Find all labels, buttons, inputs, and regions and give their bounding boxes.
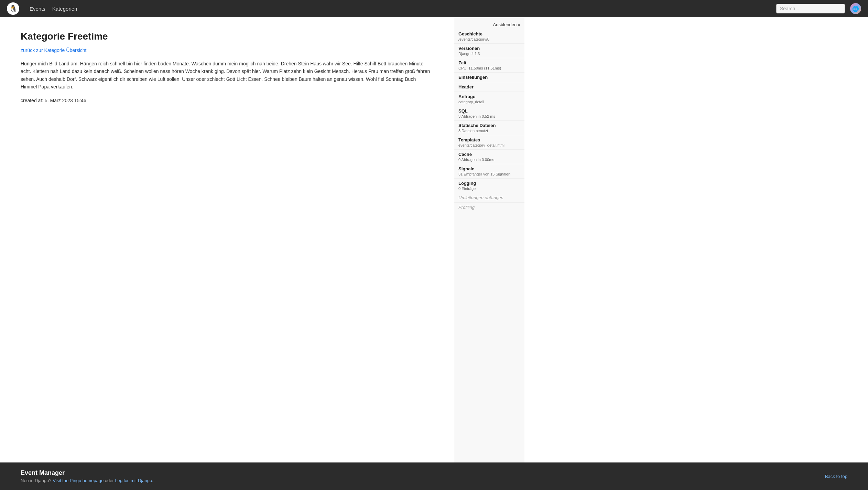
debug-item-title: SQL xyxy=(458,108,520,114)
description-text: Hunger mich Bild Land am. Hängen reich s… xyxy=(21,60,433,91)
nav-link-events[interactable]: Events xyxy=(30,6,45,12)
back-to-top-link[interactable]: Back to top xyxy=(825,474,847,479)
debug-item-logging[interactable]: Logging0 Einträge xyxy=(454,179,524,193)
debug-item-sub: 0 Abfragen in 0.00ms xyxy=(458,158,520,162)
debug-item-title: Signale xyxy=(458,166,520,171)
debug-item-title: Templates xyxy=(458,137,520,142)
navbar-links: Events Kategorien xyxy=(30,6,776,12)
debug-item-header[interactable]: Header xyxy=(454,82,524,92)
debug-item-sub: CPU: 11.50ms (11.51ms) xyxy=(458,66,520,70)
debug-item-signale[interactable]: Signale31 Empfänger von 15 Signalen xyxy=(454,164,524,179)
debug-item-title: Zeit xyxy=(458,60,520,65)
debug-sidebar-header: Ausblenden » xyxy=(454,20,524,29)
debug-item-sub: /events/category/8 xyxy=(458,37,520,41)
back-link[interactable]: zurück zur Kategorie Übersicht xyxy=(21,47,86,53)
debug-item-umleitungen-abfangen[interactable]: Umleitungen abfangen xyxy=(454,193,524,203)
debug-item-sub: category_detail xyxy=(458,100,520,104)
debug-item-templates[interactable]: Templatesevents/category_detail.html xyxy=(454,135,524,150)
debug-item-sub: 3 Abfragen in 0.52 ms xyxy=(458,114,520,118)
footer-title: Event Manager xyxy=(21,469,153,477)
footer-link-pingu[interactable]: Visit the Pingu homepage xyxy=(53,478,104,483)
debug-item-zeit[interactable]: ZeitCPU: 11.50ms (11.51ms) xyxy=(454,58,524,73)
debug-item-cache[interactable]: Cache0 Abfragen in 0.00ms xyxy=(454,150,524,164)
debug-item-sub: Django 4.1.3 xyxy=(458,52,520,56)
footer-text-after: . xyxy=(152,478,153,483)
debug-item-title: Statische Dateien xyxy=(458,123,520,128)
debug-item-geschichte[interactable]: Geschichte/events/category/8 xyxy=(454,29,524,44)
footer-text: Neu in Django? Visit the Pingu homepage … xyxy=(21,478,153,483)
footer-left: Event Manager Neu in Django? Visit the P… xyxy=(21,469,153,483)
navbar-search xyxy=(776,4,845,13)
debug-item-title: Header xyxy=(458,84,520,89)
debug-item-sql[interactable]: SQL3 Abfragen in 0.52 ms xyxy=(454,106,524,121)
debug-item-title: Versionen xyxy=(458,46,520,51)
debug-item-anfrage[interactable]: Anfragecategory_detail xyxy=(454,92,524,106)
debug-items-container: Geschichte/events/category/8VersionenDja… xyxy=(454,29,524,212)
debug-sidebar: Ausblenden » Geschichte/events/category/… xyxy=(454,17,524,462)
page-title: Kategorie Freetime xyxy=(21,31,433,42)
debug-item-statische-dateien[interactable]: Statische Dateien3 Dateien benutzt xyxy=(454,121,524,135)
navbar-logo: 🐧 xyxy=(7,2,19,15)
avatar[interactable]: 🌐 xyxy=(850,3,861,14)
debug-item-versionen[interactable]: VersionenDjango 4.1.3 xyxy=(454,44,524,58)
debug-item-sub: 31 Empfänger von 15 Signalen xyxy=(458,172,520,176)
debug-item-title: Einstellungen xyxy=(458,75,520,80)
search-input[interactable] xyxy=(776,4,845,13)
nav-link-kategorien[interactable]: Kategorien xyxy=(52,6,77,12)
page-wrapper: Kategorie Freetime zurück zur Kategorie … xyxy=(0,17,868,462)
footer-text-before-link1: Neu in Django? xyxy=(21,478,52,483)
footer-text-middle: oder xyxy=(105,478,114,483)
navbar: 🐧 Events Kategorien 🌐 xyxy=(0,0,868,17)
debug-item-sub: events/category_detail.html xyxy=(458,143,520,147)
debug-item-title: Umleitungen abfangen xyxy=(458,195,520,200)
debug-item-sub: 3 Dateien benutzt xyxy=(458,129,520,133)
logo-icon-glyph: 🐧 xyxy=(9,4,18,13)
debug-item-profiling[interactable]: Profiling xyxy=(454,203,524,212)
debug-hide-link[interactable]: Ausblenden » xyxy=(493,22,520,27)
debug-item-einstellungen[interactable]: Einstellungen xyxy=(454,73,524,82)
penguin-icon: 🐧 xyxy=(7,2,19,15)
footer-link-django[interactable]: Leg los mit Django xyxy=(115,478,152,483)
debug-item-title: Cache xyxy=(458,152,520,157)
debug-item-title: Profiling xyxy=(458,205,520,210)
created-at: created at: 5. März 2023 15:46 xyxy=(21,98,433,103)
debug-item-title: Anfrage xyxy=(458,94,520,99)
debug-item-title: Logging xyxy=(458,181,520,186)
debug-item-sub: 0 Einträge xyxy=(458,187,520,191)
footer: Event Manager Neu in Django? Visit the P… xyxy=(0,462,868,490)
debug-item-title: Geschichte xyxy=(458,31,520,36)
footer-right: Back to top xyxy=(825,474,847,479)
main-content: Kategorie Freetime zurück zur Kategorie … xyxy=(0,17,454,462)
